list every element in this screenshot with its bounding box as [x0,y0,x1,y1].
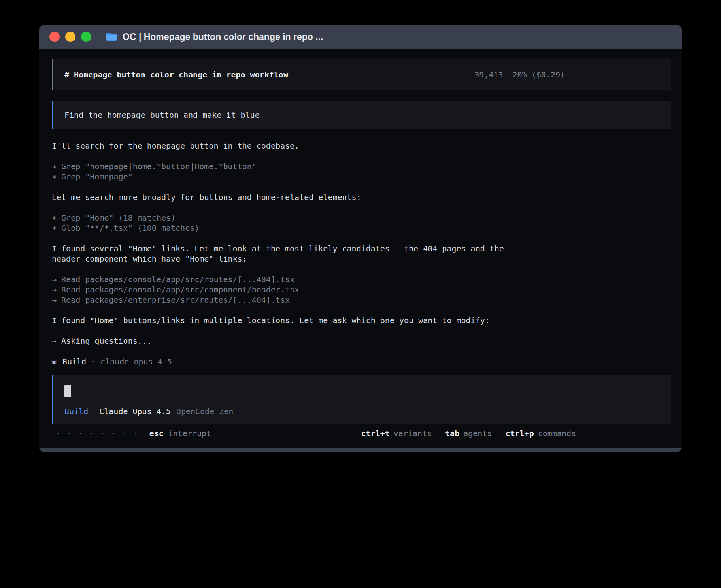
input-status-bar: Build Claude Opus 4.5 OpenCode Zen [64,406,660,416]
folder-icon [106,32,117,41]
tool-call-line: ∗ Glob "**/*.tsx" (100 matches) [52,223,671,233]
tool-call-line: ∗ Grep "homepage|home.*button|Home.*butt… [52,161,671,172]
window-titlebar: OC | Homepage button color change in rep… [39,25,682,49]
shortcut-label: commands [538,429,576,438]
spacer [52,182,671,192]
provider-label: OpenCode Zen [176,406,234,416]
spacer [52,151,671,161]
spacer [52,326,671,336]
text-cursor [64,385,71,397]
assistant-text: I found several "Home" links. Let me loo… [52,243,528,264]
assistant-status-text: ~ Asking questions... [52,336,528,346]
desktop-background: OC | Homepage button color change in rep… [0,0,721,588]
footer-shortcuts: ctrl+tvariants tabagents ctrl+pcommands [361,428,576,439]
spacer [52,305,671,315]
user-message-text: Find the homepage button and make it blu… [64,110,260,120]
assistant-text: Let me search more broadly for buttons a… [52,192,528,202]
window-title: OC | Homepage button color change in rep… [123,32,323,42]
terminal-window: OC | Homepage button color change in rep… [39,25,682,452]
agent-icon: ▣ [52,356,56,367]
session-stats: 39,413 20% ($0.29) [474,70,565,80]
tool-call-line: ∗ Grep "Homepage" [52,172,671,182]
read-file-line: → Read packages/enterprise/src/routes/[.… [52,295,671,305]
user-message: Find the homepage button and make it blu… [52,101,671,129]
session-title: # Homepage button color change in repo w… [64,70,288,80]
model-label: Claude Opus 4.5 [99,406,171,416]
shortcut-label: agents [463,429,492,438]
spinner-dots: · · · · · · · · [56,428,139,439]
spacer [52,233,671,243]
read-file-line: → Read packages/console/app/src/componen… [52,285,671,295]
conversation: I'll search for the homepage button in t… [52,141,671,367]
window-title-group: OC | Homepage button color change in rep… [106,32,323,42]
traffic-lights [49,32,91,42]
tool-call-line: ∗ Grep "Home" (18 matches) [52,213,671,223]
status-footer: · · · · · · · · esc interrupt ctrl+tvari… [52,428,671,439]
read-file-line: → Read packages/console/app/src/routes/[… [52,274,671,285]
agent-status-line: ▣ Build · claude-opus-4-5 [52,356,671,367]
assistant-text: I'll search for the homepage button in t… [52,141,528,151]
shortcut-key: tab [445,429,459,438]
shortcut-variants: ctrl+tvariants [361,428,432,439]
token-count: 39,413 [474,70,503,80]
spacer [52,202,671,213]
agent-model: claude-opus-4-5 [100,356,172,367]
shortcut-key: ctrl+t [361,429,389,438]
terminal-content: # Homepage button color change in repo w… [39,49,682,448]
assistant-text: I found "Home" buttons/links in multiple… [52,315,528,326]
prompt-input[interactable]: Build Claude Opus 4.5 OpenCode Zen [52,375,671,424]
interrupt-label: interrupt [168,428,211,439]
mode-label: Build [64,406,88,416]
shortcut-commands: ctrl+pcommands [505,428,576,439]
shortcut-key: ctrl+p [505,429,534,438]
session-header: # Homepage button color change in repo w… [52,59,671,90]
minimize-button[interactable] [65,32,75,42]
footer-left: · · · · · · · · esc interrupt [56,428,211,439]
shortcut-agents: tabagents [445,428,492,439]
close-button[interactable] [49,32,60,42]
spacer [52,264,671,274]
esc-key-label: esc [149,428,164,439]
context-usage: 20% ($0.29) [513,70,565,80]
spacer [52,346,671,356]
shortcut-label: variants [394,429,432,438]
zoom-button[interactable] [81,32,91,42]
agent-name: Build [62,356,86,367]
separator-dot: · [91,356,96,367]
